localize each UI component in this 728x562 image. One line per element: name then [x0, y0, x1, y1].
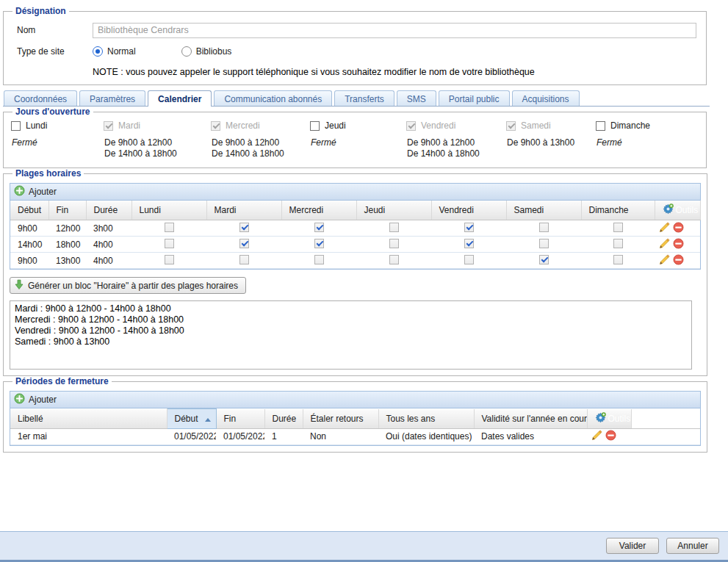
- column-header-vendredi: Vendredi: [431, 201, 506, 220]
- plage-day-checkbox[interactable]: [613, 239, 623, 248]
- plage-day-checkbox[interactable]: [464, 239, 474, 248]
- day-schedule: De 9h00 à 12h00De 14h00 à 18h00: [104, 137, 211, 159]
- column-header-libelle[interactable]: Libellé: [10, 409, 167, 429]
- column-header-duree[interactable]: Durée: [264, 409, 303, 429]
- day-label: Lundi: [26, 120, 47, 131]
- day-checkbox-lundi[interactable]: [11, 121, 21, 131]
- plage-day-checkbox[interactable]: [314, 239, 324, 248]
- column-header-debut[interactable]: Début: [167, 409, 216, 429]
- plage-day-checkbox[interactable]: [464, 255, 474, 264]
- plage-day-checkbox[interactable]: [539, 223, 549, 232]
- cell-duree: 4h00: [86, 253, 131, 269]
- day-schedule-line: De 14h00 à 18h00: [104, 148, 211, 159]
- plage-day-checkbox[interactable]: [165, 223, 174, 232]
- column-header-fin[interactable]: Fin: [216, 409, 264, 429]
- day-schedule-line: Fermé: [597, 137, 699, 148]
- day-checkbox-vendredi: [406, 121, 416, 131]
- plage-day-checkbox[interactable]: [165, 239, 174, 248]
- footer-bar: Valider Annuler: [0, 531, 728, 560]
- row-tools: [655, 220, 700, 237]
- column-header-validite-sur-l-annee-en-cours[interactable]: Validité sur l'année en cours: [474, 409, 587, 429]
- day-schedule-line: De 9h00 à 12h00: [104, 137, 211, 148]
- plages-grid: Ajouter DébutFinDuréeLundiMardiMercrediJ…: [10, 183, 701, 270]
- plage-row: 14h0018h004h00: [10, 237, 700, 253]
- type-de-site-label: Type de site: [17, 46, 93, 57]
- plage-day-checkbox[interactable]: [165, 255, 174, 264]
- delete-icon[interactable]: [673, 222, 684, 235]
- tab-sms[interactable]: SMS: [397, 90, 436, 106]
- delete-icon[interactable]: [673, 254, 684, 267]
- validate-button[interactable]: Valider: [606, 538, 659, 554]
- tab-parametres[interactable]: Paramètres: [79, 90, 145, 106]
- plage-day-checkbox[interactable]: [613, 223, 623, 232]
- tab-acquisitions[interactable]: Acquisitions: [512, 90, 580, 106]
- add-plage-button[interactable]: Ajouter: [14, 185, 57, 198]
- edit-icon[interactable]: [659, 254, 670, 267]
- day-column-mardi: MardiDe 9h00 à 12h00De 14h00 à 18h00: [104, 120, 211, 159]
- tab-transferts[interactable]: Transferts: [334, 90, 394, 106]
- delete-icon[interactable]: [605, 430, 616, 443]
- cell-debut: 9h00: [10, 253, 48, 269]
- cell-fin: 18h00: [48, 237, 86, 253]
- note-text: NOTE : vous pouvez appeler le support té…: [93, 67, 700, 77]
- cell-debut: 01/05/2022: [167, 428, 216, 444]
- cell-libelle: 1er mai: [10, 428, 167, 444]
- plage-day-checkbox[interactable]: [539, 239, 549, 248]
- column-header-fin: Fin: [48, 201, 86, 220]
- tab-portail-public[interactable]: Portail public: [439, 90, 510, 106]
- periodes-fermeture-fieldset: Périodes de fermeture Ajouter LibelléDéb…: [3, 376, 707, 453]
- column-header-outils: Outils: [587, 409, 631, 429]
- day-schedule-line: Fermé: [311, 137, 406, 148]
- jours-ouverture-fieldset: Jours d'ouverture LundiFerméMardiDe 9h00…: [3, 107, 707, 168]
- generate-horaire-button[interactable]: Générer un bloc "Horaire" à partir des p…: [10, 277, 246, 294]
- day-schedule-line: De 14h00 à 18h00: [407, 148, 506, 159]
- plage-day-checkbox[interactable]: [314, 223, 324, 232]
- column-header-outils: Outils: [655, 201, 700, 220]
- tab-communication-abonnes[interactable]: Communication abonnés: [214, 90, 332, 106]
- day-checkbox-dimanche[interactable]: [596, 121, 605, 131]
- day-schedule-line: De 14h00 à 18h00: [212, 148, 310, 159]
- edit-icon[interactable]: [659, 238, 670, 251]
- day-schedule-line: De 9h00 à 12h00: [407, 137, 506, 148]
- plage-day-checkbox[interactable]: [239, 239, 249, 248]
- cell-debut: 9h00: [10, 220, 48, 237]
- plage-day-checkbox[interactable]: [389, 239, 399, 248]
- edit-icon[interactable]: [659, 222, 670, 235]
- add-plage-label: Ajouter: [29, 187, 57, 197]
- tab-coordonnees[interactable]: Coordonnées: [4, 90, 77, 106]
- plage-day-checkbox[interactable]: [539, 255, 549, 264]
- tab-calendrier[interactable]: Calendrier: [148, 90, 212, 107]
- type-de-site-row: Type de site NormalBibliobus: [17, 43, 700, 60]
- radio-bibliobus[interactable]: Bibliobus: [181, 46, 232, 57]
- plage-day-checkbox[interactable]: [239, 255, 249, 264]
- cancel-button[interactable]: Annuler: [666, 538, 719, 554]
- plages-horaires-legend: Plages horaires: [12, 168, 84, 179]
- cell-fin: 13h00: [48, 253, 86, 269]
- edit-icon[interactable]: [591, 430, 602, 443]
- cell-debut: 14h00: [10, 237, 48, 253]
- plage-row: 9h0012h003h00: [10, 220, 700, 237]
- tools-gear-icon: [663, 203, 674, 217]
- delete-icon[interactable]: [673, 238, 684, 251]
- plage-day-checkbox[interactable]: [613, 255, 623, 264]
- nom-label: Nom: [17, 25, 93, 35]
- cell-etaler: Non: [303, 428, 378, 444]
- day-checkbox-jeudi[interactable]: [310, 121, 320, 131]
- plage-day-checkbox[interactable]: [239, 223, 249, 232]
- day-label: Mercredi: [226, 120, 260, 131]
- plage-day-checkbox[interactable]: [389, 223, 399, 232]
- radio-icon: [181, 46, 192, 57]
- day-column-samedi: SamediDe 9h00 à 13h00: [506, 120, 596, 159]
- plage-day-checkbox[interactable]: [464, 223, 474, 232]
- day-schedule-line: Fermé: [12, 137, 104, 148]
- radio-normal[interactable]: Normal: [93, 46, 136, 57]
- plage-day-checkbox[interactable]: [389, 255, 399, 264]
- column-header-etaler-retours[interactable]: Étaler retours: [303, 409, 378, 429]
- plage-day-checkbox[interactable]: [314, 255, 324, 264]
- radio-label: Bibliobus: [196, 46, 232, 57]
- horaire-textarea[interactable]: Mardi : 9h00 à 12h00 - 14h00 à 18h00 Mer…: [10, 300, 692, 370]
- column-header-duree: Durée: [86, 201, 131, 220]
- row-tools: [655, 253, 700, 269]
- add-fermeture-button[interactable]: Ajouter: [14, 393, 57, 406]
- column-header-tous-les-ans[interactable]: Tous les ans: [378, 409, 474, 429]
